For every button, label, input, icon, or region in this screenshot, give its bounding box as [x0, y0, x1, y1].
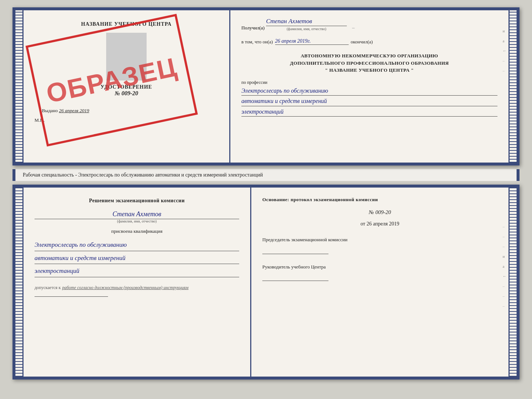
- rukovoditel-sig-line: [262, 274, 328, 281]
- predsedatel-label: Председатель экзаменационной комиссии: [262, 236, 497, 243]
- dash-mark: –: [352, 25, 355, 31]
- vydano-line: Выдано 26 апреля 2019: [42, 108, 89, 114]
- mark-arrow: ←: [503, 49, 507, 53]
- mark-a: а: [503, 39, 507, 43]
- bmark-dash6: –: [503, 304, 507, 308]
- bmark-dash1: –: [503, 224, 507, 229]
- poluchil-label: Получил(а): [241, 25, 265, 31]
- date-prefix: от: [360, 221, 365, 227]
- spine-left: [15, 10, 24, 163]
- middle-strip: Рабочая специальность - Электрослесарь п…: [12, 169, 520, 181]
- center-text-block: АВТОНОМНУЮ НЕКОММЕРЧЕСКУЮ ОРГАНИЗАЦИЮ ДО…: [241, 52, 497, 74]
- vydano-date: 26 апреля 2019: [59, 108, 89, 113]
- right-side-marks-bottom: – – – и а ← – – –: [503, 224, 507, 308]
- poluchil-row: Получил(а) Степан Ахметов (фамилия, имя,…: [241, 18, 497, 31]
- bmark-i: и: [503, 254, 507, 259]
- profession-block: по профессии Электрослесарь по обслужива…: [241, 80, 497, 117]
- profession-line3: электростанций: [241, 107, 497, 117]
- spine-right-top: [508, 10, 517, 163]
- dopuskaetsya-row: допускается к работе согласно должностны…: [35, 285, 239, 291]
- photo-placeholder: [106, 33, 147, 81]
- bottom-underline-spacer: [35, 296, 108, 297]
- kval-line1: Электрослесарь по обслуживанию: [35, 239, 239, 251]
- kval-line3: электростанций: [35, 266, 239, 277]
- protocol-number: № 009-20: [262, 209, 497, 215]
- center-line1: АВТОНОМНУЮ НЕКОММЕРЧЕСКУЮ ОРГАНИЗАЦИЮ: [241, 52, 497, 60]
- top-document: НАЗВАНИЕ УЧЕБНОГО ЦЕНТРА УДОСТОВЕРЕНИЕ №…: [12, 7, 520, 165]
- kval-line2: автоматики и средств измерений: [35, 253, 239, 264]
- center-line3: " НАЗВАНИЕ УЧЕБНОГО ЦЕНТРА ": [241, 67, 497, 74]
- bmark-dash4: –: [503, 284, 507, 288]
- middle-strip-text: Рабочая специальность - Электрослесарь п…: [23, 172, 263, 178]
- top-doc-right-panel: Получил(а) Степан Ахметов (фамилия, имя,…: [230, 10, 508, 163]
- kval-block: Электрослесарь по обслуживанию автоматик…: [35, 238, 239, 277]
- profession-line1: Электрослесарь по обслуживанию: [241, 86, 497, 96]
- vtom-date: 26 апреля 2019г.: [275, 38, 349, 45]
- okончил-suffix: окончил(а): [351, 39, 373, 45]
- bottom-name-value: Степан Ахметов: [35, 210, 239, 219]
- bottom-fio-sublabel: (фамилия, имя, отчество): [35, 219, 239, 223]
- bmark-dash5: –: [503, 294, 507, 298]
- vydano-prefix: Выдано: [42, 108, 58, 113]
- profession-line2: автоматики и средств измерений: [241, 96, 497, 106]
- udostoverenie-label: УДОСТОВЕРЕНИЕ: [101, 84, 152, 90]
- predsedatel-sig-line: [262, 247, 328, 254]
- bmark-arrow: ←: [503, 274, 507, 278]
- poluchil-name-container: Степан Ахметов (фамилия, имя, отчество): [266, 18, 347, 31]
- poluchil-fio-sublabel: (фамилия, имя, отчество): [266, 27, 347, 31]
- osnovaniye-title: Основание: протокол экзаменационной коми…: [262, 197, 497, 203]
- rukovoditel-label: Руководитель учебного Центра: [262, 263, 497, 271]
- right-side-marks-top: и а ← – –: [503, 29, 507, 73]
- center-line2: ДОПОЛНИТЕЛЬНОГО ПРОФЕССИОНАЛЬНОГО ОБРАЗО…: [241, 60, 497, 67]
- bmark-dash3: –: [503, 244, 507, 249]
- protocol-date: от 26 апреля 2019: [262, 221, 497, 227]
- rukovoditel-block: Руководитель учебного Центра: [262, 263, 497, 281]
- top-left-title: НАЗВАНИЕ УЧЕБНОГО ЦЕНТРА: [81, 21, 172, 27]
- date-value: 26 апреля 2019: [367, 221, 399, 227]
- komissia-title: Решением экзаменационной комиссии: [35, 197, 239, 204]
- vtom-prefix: в том, что он(а): [241, 39, 273, 45]
- bottom-doc-left: Решением экзаменационной комиссии Степан…: [24, 188, 251, 377]
- po-professii-label: по профессии: [241, 80, 497, 85]
- top-doc-left-panel: НАЗВАНИЕ УЧЕБНОГО ЦЕНТРА УДОСТОВЕРЕНИЕ №…: [24, 10, 229, 163]
- mark-dash2: –: [503, 68, 507, 73]
- poluchil-value: Степан Ахметов: [266, 18, 347, 26]
- mark-dash1: –: [503, 58, 507, 63]
- predsedatel-block: Председатель экзаменационной комиссии: [262, 236, 497, 254]
- dopuskaetsya-prefix: допускается к: [35, 285, 61, 291]
- bmark-a: а: [503, 264, 507, 268]
- mark-i: и: [503, 29, 507, 33]
- dopuskaetsya-value: работе согласно должностным (производств…: [62, 285, 188, 291]
- bottom-name-block: Степан Ахметов (фамилия, имя, отчество): [35, 209, 239, 223]
- udostoverenie-number: № 009-20: [101, 90, 152, 97]
- vtom-row: в том, что он(а) 26 апреля 2019г. окончи…: [241, 38, 497, 45]
- bottom-doc-right: Основание: протокол экзаменационной коми…: [251, 188, 508, 377]
- bottom-document: Решением экзаменационной комиссии Степан…: [12, 185, 520, 380]
- udostoverenie-block: УДОСТОВЕРЕНИЕ № 009-20: [101, 84, 152, 97]
- prisvoyena-label: присвоена квалификация: [35, 228, 239, 234]
- mp-line: М.П.: [35, 117, 44, 123]
- spine-left-bottom: [15, 188, 24, 377]
- bmark-dash2: –: [503, 234, 507, 239]
- spine-right-bottom: [508, 188, 517, 377]
